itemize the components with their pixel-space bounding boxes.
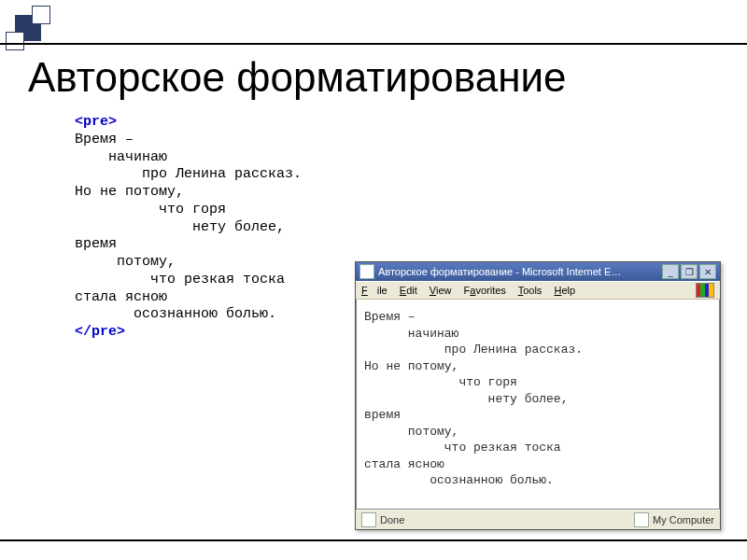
status-right-text: My Computer (653, 514, 714, 525)
browser-menubar: File Edit View Favorites Tools Help (356, 281, 720, 300)
rendered-pre-content: Время – начинаю про Ленина рассказ. Но н… (364, 309, 712, 489)
menu-file[interactable]: File (361, 285, 388, 296)
browser-viewport: Время – начинаю про Ленина рассказ. Но н… (356, 300, 720, 510)
status-left-text: Done (380, 514, 404, 525)
browser-title-text: Авторское форматирование - Microsoft Int… (378, 266, 621, 277)
browser-statusbar: Done My Computer (356, 510, 720, 529)
code-block: <pre> Время – начинаю про Ленина рассказ… (75, 114, 302, 342)
slide-title: Авторское форматирование (28, 54, 567, 101)
window-controls: _ ❐ ✕ (662, 264, 716, 279)
horizontal-rule-top (0, 43, 747, 45)
maximize-button[interactable]: ❐ (681, 264, 698, 279)
browser-window: Авторское форматирование - Microsoft Int… (355, 261, 721, 530)
minimize-button[interactable]: _ (662, 264, 679, 279)
browser-titlebar[interactable]: Авторское форматирование - Microsoft Int… (356, 262, 720, 281)
menu-help[interactable]: Help (554, 285, 575, 296)
pre-close-tag: </pre> (75, 324, 125, 340)
ie-app-icon (359, 264, 374, 279)
menu-edit[interactable]: Edit (400, 285, 417, 296)
horizontal-rule-bottom (0, 539, 747, 541)
menu-favorites[interactable]: Favorites (464, 285, 506, 296)
close-button[interactable]: ✕ (699, 264, 716, 279)
windows-flag-icon (696, 283, 714, 298)
code-body: Время – начинаю про Ленина рассказ. Но н… (75, 132, 302, 323)
menu-view[interactable]: View (430, 285, 452, 296)
status-done-icon (361, 512, 376, 527)
menu-tools[interactable]: Tools (518, 285, 543, 296)
my-computer-icon (634, 512, 649, 527)
pre-open-tag: <pre> (75, 114, 117, 130)
